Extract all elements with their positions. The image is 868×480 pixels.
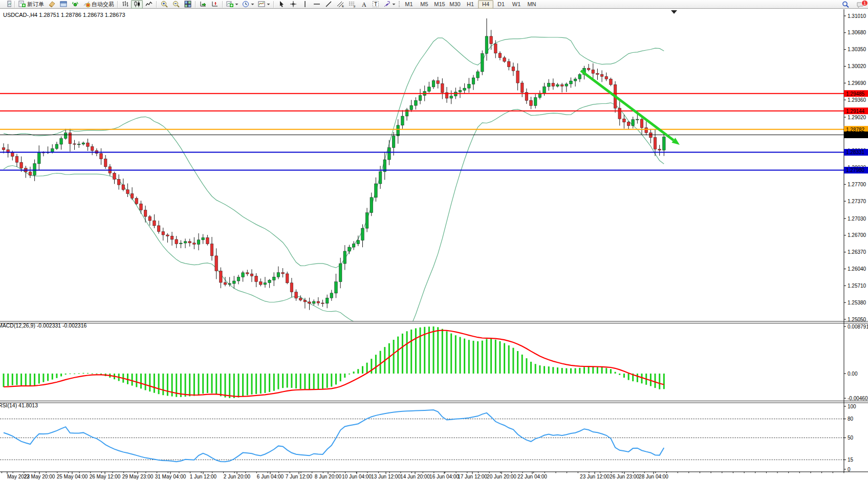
macd-histogram-bar bbox=[442, 329, 443, 374]
candlestick-mode-button[interactable] bbox=[131, 0, 143, 9]
candle-up bbox=[82, 143, 85, 144]
candle-up bbox=[365, 213, 368, 228]
macd-histogram-bar bbox=[136, 374, 137, 387]
timeframe-w1-button[interactable]: W1 bbox=[509, 0, 524, 9]
candle-down bbox=[20, 162, 23, 168]
toolbar-grip[interactable] bbox=[399, 1, 400, 7]
candle-down bbox=[290, 283, 293, 292]
macd-histogram-bar bbox=[255, 374, 257, 394]
candle-down bbox=[507, 61, 510, 67]
trend-arrow-annotation[interactable] bbox=[581, 10, 680, 145]
macd-histogram-bar bbox=[561, 368, 563, 374]
timeframe-mn-button[interactable]: MN bbox=[524, 0, 539, 9]
candle-up bbox=[60, 139, 63, 144]
zoom-in-button[interactable] bbox=[158, 0, 170, 9]
price-tick-label: 1.27370 bbox=[848, 199, 866, 204]
candle-down bbox=[148, 216, 151, 221]
macd-histogram-bar bbox=[207, 374, 208, 393]
text-label-button[interactable]: T bbox=[370, 0, 381, 9]
macd-histogram-bar bbox=[473, 341, 474, 374]
macd-histogram-bar bbox=[38, 374, 40, 384]
fibonacci-button[interactable]: F bbox=[346, 0, 358, 9]
time-axis-label: 26 Jun 23:00 bbox=[610, 474, 639, 479]
macd-histogram-bar bbox=[522, 355, 523, 374]
text-button[interactable]: A bbox=[358, 0, 370, 9]
candle-up bbox=[339, 264, 342, 282]
chart-shift-button[interactable] bbox=[209, 0, 221, 9]
macd-histogram-bar bbox=[410, 330, 412, 374]
macd-signal-line bbox=[4, 331, 664, 397]
candle-up bbox=[197, 240, 200, 245]
macd-histogram-bar bbox=[167, 374, 168, 396]
macd-histogram-bar bbox=[428, 326, 430, 374]
candle-down bbox=[441, 83, 444, 93]
equidistant-channel-button[interactable]: E bbox=[334, 0, 346, 9]
timeframe-d1-button[interactable]: D1 bbox=[493, 0, 509, 9]
timeframe-m30-button[interactable]: M30 bbox=[447, 0, 463, 9]
timeframe-h1-button[interactable]: H1 bbox=[463, 0, 478, 9]
candle-down bbox=[494, 44, 497, 53]
macd-histogram-bar bbox=[211, 374, 213, 394]
auto-scroll-button[interactable] bbox=[197, 0, 209, 9]
tile-windows-button[interactable] bbox=[182, 0, 193, 9]
macd-histogram-bar bbox=[171, 374, 173, 397]
chart-canvas[interactable]: 1.310101.306801.303501.300201.296901.293… bbox=[0, 9, 868, 480]
macd-histogram-bar bbox=[583, 367, 585, 374]
time-axis-label: 10 Jun 04:00 bbox=[342, 474, 372, 479]
line-chart-mode-button[interactable] bbox=[143, 0, 155, 9]
timeframe-m15-button[interactable]: M15 bbox=[432, 0, 447, 9]
auto-trading-button[interactable]: 自动交易 bbox=[81, 0, 116, 9]
macd-histogram-bar bbox=[388, 343, 390, 374]
timeframe-m5-button[interactable]: M5 bbox=[417, 0, 432, 9]
trendline-button[interactable] bbox=[322, 0, 334, 9]
signals-button[interactable] bbox=[69, 0, 81, 9]
chart-shift-icon bbox=[211, 0, 219, 8]
chart-area[interactable]: 1.310101.306801.303501.300201.296901.293… bbox=[0, 9, 868, 480]
macd-histogram-bar bbox=[30, 374, 31, 386]
indicators-list-button[interactable] bbox=[224, 0, 240, 9]
time-axis-label: 7 Jun 12:00 bbox=[286, 474, 313, 479]
price-tick-label: 1.31010 bbox=[848, 13, 866, 19]
macd-histogram-bar bbox=[482, 341, 483, 374]
macd-histogram-bar bbox=[145, 374, 146, 390]
macd-histogram-bar bbox=[570, 368, 572, 374]
periods-button[interactable] bbox=[240, 0, 256, 9]
crosshair-icon bbox=[289, 0, 297, 8]
candle-down bbox=[210, 244, 213, 256]
timeframe-h4-button[interactable]: H4 bbox=[478, 0, 493, 9]
macd-histogram-bar bbox=[295, 374, 297, 388]
candle-up bbox=[415, 100, 418, 105]
chart-fragment-button[interactable] bbox=[1, 0, 13, 9]
timeframe-m1-button[interactable]: M1 bbox=[401, 0, 417, 9]
signal-icon bbox=[71, 0, 79, 8]
eraser-button[interactable] bbox=[46, 0, 57, 9]
arrows-button[interactable] bbox=[381, 0, 397, 9]
candle-down bbox=[299, 298, 302, 300]
toolbar-separator bbox=[14, 1, 15, 8]
horizontal-line-button[interactable] bbox=[311, 0, 322, 9]
bar-chart-mode-button[interactable] bbox=[119, 0, 131, 9]
candle-up bbox=[388, 148, 391, 160]
time-axis-label: 26 May 12:00 bbox=[90, 474, 121, 479]
templates-button[interactable] bbox=[256, 0, 272, 9]
macd-histogram-bar bbox=[592, 367, 594, 374]
horizontal-levels[interactable] bbox=[0, 94, 844, 170]
candle-down bbox=[281, 273, 285, 274]
macd-histogram-bar bbox=[327, 374, 328, 388]
macd-histogram-bar bbox=[406, 331, 408, 374]
cursor-button[interactable] bbox=[275, 0, 287, 9]
time-axis-label: 1 Jun 12:00 bbox=[190, 474, 217, 479]
price-badge-label: 1.28673 bbox=[846, 132, 865, 138]
candle-down bbox=[498, 53, 502, 58]
trendline-icon bbox=[324, 0, 333, 8]
chat-button[interactable]: 1 bbox=[854, 0, 866, 9]
chart-windows-button[interactable] bbox=[57, 0, 69, 9]
vertical-line-button[interactable] bbox=[299, 0, 311, 9]
candle-down bbox=[206, 237, 209, 244]
crosshair-button[interactable] bbox=[287, 0, 299, 9]
new-order-button[interactable]: 新订单 bbox=[16, 0, 46, 9]
macd-histogram-bar bbox=[548, 366, 550, 374]
search-button[interactable] bbox=[839, 0, 851, 9]
zoom-out-button[interactable] bbox=[170, 0, 182, 9]
tile-windows-icon bbox=[184, 0, 192, 8]
